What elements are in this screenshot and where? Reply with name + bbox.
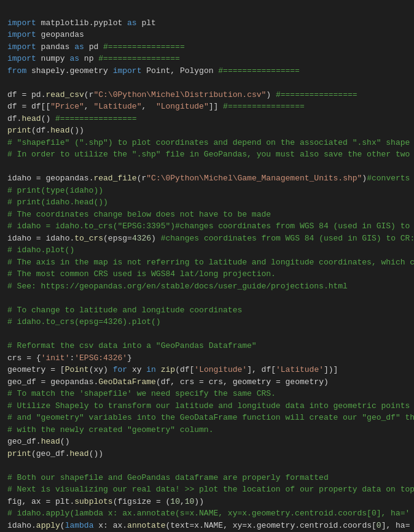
line-10: print(df.head()) bbox=[7, 126, 84, 135]
line-3: import pandas as pd #================ bbox=[7, 42, 185, 52]
line-8: df = df[["Price", "Latitude", "Longitude… bbox=[7, 102, 305, 111]
line-15: # print(type(idaho)) bbox=[7, 186, 103, 195]
line-7: df = pd.read_csv(r"C:\0Python\Michel\Dis… bbox=[7, 90, 357, 99]
line-20: # idaho.plot() bbox=[7, 245, 74, 255]
line-18: # idaho = idaho.to_crs("EPSG:3395")#chan… bbox=[7, 222, 410, 231]
line-33: # Utilize Shapely to transform our latit… bbox=[7, 401, 410, 411]
line-28: # Reformat the csv data into a "GeoPanda… bbox=[7, 341, 257, 350]
line-35: # with the newly created "geometry" colu… bbox=[7, 425, 213, 434]
line-40: # Next is visualizing our real data! >> … bbox=[7, 485, 414, 494]
code-editor: import matplotlib.pyplot as plt import g… bbox=[7, 5, 407, 532]
line-19: idaho = idaho.to_crs(epsg=4326) #changes… bbox=[7, 234, 414, 243]
line-16: # print(idaho.head()) bbox=[7, 198, 108, 207]
line-23: # See: https://geopandas.org/en/stable/d… bbox=[7, 282, 348, 291]
line-21: # The axis in the map is not referring t… bbox=[7, 258, 414, 267]
line-14: idaho = geopandas.read_file(r"C:\0Python… bbox=[7, 174, 410, 183]
line-34: # and "geometry" variables into the GeoD… bbox=[7, 413, 414, 422]
line-31: geo_df = geopandas.GeoDataFrame(df, crs … bbox=[7, 377, 329, 387]
line-22: # The most common CRS used is WGS84 lat/… bbox=[7, 269, 276, 279]
line-17: # The coordinates change below does not … bbox=[7, 210, 271, 219]
line-9: df.head() #================ bbox=[7, 114, 137, 123]
line-43: idaho.apply(lambda x: ax.annotate(text=x… bbox=[7, 521, 410, 530]
line-4: import numpy as np #================ bbox=[7, 54, 180, 63]
line-36: geo_df.head() bbox=[7, 437, 69, 446]
line-41: fig, ax = plt.subplots(figsize = (10,10)… bbox=[7, 497, 204, 506]
line-26: # idaho.to_crs(epsg=4326).plot() bbox=[7, 317, 161, 326]
line-11: # "shapefile" (".shp") to plot coordinat… bbox=[7, 138, 410, 147]
line-1: import matplotlib.pyplot as plt bbox=[7, 18, 156, 28]
line-29: crs = {'init':'EPSG:4326'} bbox=[7, 353, 132, 363]
line-2: import geopandas bbox=[7, 30, 84, 39]
line-32: # To match the 'shapefile' we need speci… bbox=[7, 389, 276, 398]
line-30: geometry = [Point(xy) for xy in zip(df['… bbox=[7, 365, 338, 374]
line-37: print(geo_df.head()) bbox=[7, 449, 103, 458]
line-39: # Both our shapefile and GeoPandas dataf… bbox=[7, 473, 329, 482]
line-25: # To change to latitude and longitude co… bbox=[7, 306, 242, 315]
line-5: from shapely.geometry import Point, Poly… bbox=[7, 66, 300, 75]
line-42: # idaho.apply(lambda x: ax.annotate(s=x.… bbox=[7, 509, 410, 518]
line-12: # In order to utilize the ".shp" file in… bbox=[7, 150, 410, 159]
